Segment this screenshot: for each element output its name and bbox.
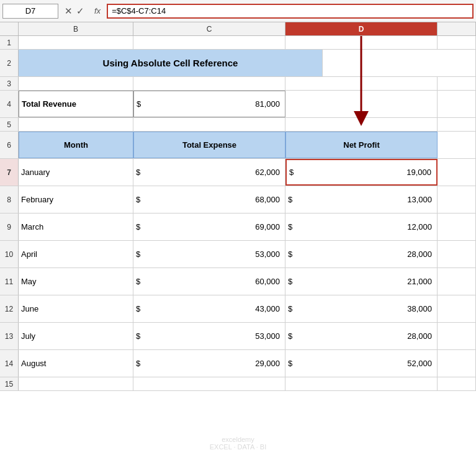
- cell-e3[interactable]: [438, 77, 476, 90]
- header-profit-text: Net Profit: [343, 140, 380, 150]
- month-11: May: [21, 277, 37, 286]
- row-9: 9 March $69,000 $12,000: [0, 214, 476, 241]
- month-8: February: [21, 195, 53, 204]
- cell-b11[interactable]: May: [19, 268, 133, 295]
- row-10: 10 April $53,000 $28,000: [0, 241, 476, 268]
- rownum-3: 3: [0, 77, 19, 90]
- rownum-2: 2: [0, 50, 19, 76]
- rownum-1: 1: [0, 36, 19, 49]
- cell-e10[interactable]: [438, 241, 476, 267]
- rownum-8: 8: [0, 186, 19, 213]
- cell-e11[interactable]: [438, 268, 476, 295]
- cell-c14[interactable]: $29,000: [133, 350, 285, 377]
- row-13: 13 July $53,000 $28,000: [0, 323, 476, 350]
- cell-b10[interactable]: April: [19, 241, 133, 267]
- cell-e12[interactable]: [438, 295, 476, 322]
- month-12: June: [21, 304, 38, 313]
- cell-d12[interactable]: $38,000: [285, 295, 438, 322]
- row-14: 14 August $29,000 $52,000: [0, 350, 476, 377]
- cell-d8[interactable]: $13,000: [285, 186, 438, 213]
- cell-e9[interactable]: [438, 214, 476, 240]
- cell-e15[interactable]: [438, 377, 476, 390]
- row-2: 2 Using Absolute Cell Reference: [0, 50, 476, 77]
- cell-e14[interactable]: [438, 350, 476, 377]
- cell-c8[interactable]: $68,000: [133, 186, 285, 213]
- row-4: 4 Total Revenue $ 81,000: [0, 91, 476, 118]
- rownum-7: 7: [0, 159, 19, 186]
- revenue-amount: 81,000: [148, 99, 280, 109]
- spreadsheet-wrapper: B C D 1 2 Using Absolute Cell Reference: [0, 22, 476, 463]
- header-month[interactable]: Month: [19, 132, 133, 158]
- cell-d4[interactable]: [285, 91, 438, 117]
- col-header-c[interactable]: C: [133, 22, 285, 35]
- cell-c7[interactable]: $62,000: [133, 159, 285, 186]
- cell-d10[interactable]: $28,000: [285, 241, 438, 267]
- cell-e1[interactable]: [438, 36, 476, 49]
- formula-bar-container: D7 ✕ ✓ fx =$C$4-C7:C14: [0, 0, 476, 22]
- cell-b3[interactable]: [19, 77, 133, 90]
- cell-c3[interactable]: [133, 77, 285, 90]
- cell-e2[interactable]: [323, 50, 476, 76]
- cancel-icon[interactable]: ✕: [65, 6, 73, 17]
- cell-c10[interactable]: $53,000: [133, 241, 285, 267]
- col-header-d[interactable]: D: [285, 22, 438, 35]
- rownum-10: 10: [0, 241, 19, 267]
- rownum-12: 12: [0, 295, 19, 322]
- cell-d9[interactable]: $12,000: [285, 214, 438, 240]
- cell-b7[interactable]: January: [19, 159, 133, 186]
- header-profit[interactable]: Net Profit: [285, 132, 438, 158]
- cell-d15[interactable]: [285, 377, 438, 390]
- cell-b1[interactable]: [19, 36, 133, 49]
- cell-e4[interactable]: [438, 91, 476, 117]
- cell-c11[interactable]: $60,000: [133, 268, 285, 295]
- rownum-13: 13: [0, 323, 19, 349]
- cell-d7[interactable]: $19,000: [285, 159, 438, 186]
- cell-c13[interactable]: $53,000: [133, 323, 285, 349]
- cell-b15[interactable]: [19, 377, 133, 390]
- cell-b4-label[interactable]: Total Revenue: [19, 91, 133, 117]
- title-text: Using Absolute Cell Reference: [103, 58, 238, 68]
- revenue-label-text: Total Revenue: [22, 99, 76, 109]
- cell-b5[interactable]: [19, 118, 133, 131]
- col-header-b[interactable]: B: [19, 22, 133, 35]
- cell-e7[interactable]: [438, 159, 476, 186]
- cell-c12[interactable]: $43,000: [133, 295, 285, 322]
- cell-b12[interactable]: June: [19, 295, 133, 322]
- cell-c1[interactable]: [133, 36, 285, 49]
- cell-e5[interactable]: [438, 118, 476, 131]
- cell-d1[interactable]: [285, 36, 438, 49]
- cell-b14[interactable]: August: [19, 350, 133, 377]
- cell-b13[interactable]: July: [19, 323, 133, 349]
- spreadsheet: B C D 1 2 Using Absolute Cell Reference: [0, 22, 476, 463]
- grid: 1 2 Using Absolute Cell Reference 3: [0, 36, 476, 463]
- row-15: 15: [0, 377, 476, 391]
- cell-c4-value[interactable]: $ 81,000: [133, 91, 285, 117]
- cell-d13[interactable]: $28,000: [285, 323, 438, 349]
- formula-input[interactable]: =$C$4-C7:C14: [107, 4, 474, 19]
- watermark: exceldemy EXCEL · DATA · BI: [210, 436, 267, 451]
- cell-b8[interactable]: February: [19, 186, 133, 213]
- formula-icons: ✕ ✓: [61, 6, 88, 17]
- cell-e8[interactable]: [438, 186, 476, 213]
- cell-c5[interactable]: [133, 118, 285, 131]
- title-cell[interactable]: Using Absolute Cell Reference: [19, 50, 323, 76]
- col-header-e[interactable]: [438, 22, 476, 35]
- month-13: July: [21, 331, 35, 341]
- cell-d5[interactable]: [285, 118, 438, 131]
- column-headers: B C D: [0, 22, 476, 36]
- cell-reference-box[interactable]: D7: [2, 4, 58, 19]
- cell-e13[interactable]: [438, 323, 476, 349]
- cell-b9[interactable]: March: [19, 214, 133, 240]
- cell-e6[interactable]: [438, 132, 476, 158]
- cell-c9[interactable]: $69,000: [133, 214, 285, 240]
- cell-d3[interactable]: [285, 77, 438, 90]
- cell-d11[interactable]: $21,000: [285, 268, 438, 295]
- rownum-9: 9: [0, 214, 19, 240]
- row-11: 11 May $60,000 $21,000: [0, 268, 476, 295]
- confirm-icon[interactable]: ✓: [76, 6, 84, 17]
- row-8: 8 February $68,000 $13,000: [0, 186, 476, 214]
- cell-d14[interactable]: $52,000: [285, 350, 438, 377]
- cell-c15[interactable]: [133, 377, 285, 390]
- header-expense[interactable]: Total Expense: [133, 132, 285, 158]
- month-14: August: [21, 359, 46, 368]
